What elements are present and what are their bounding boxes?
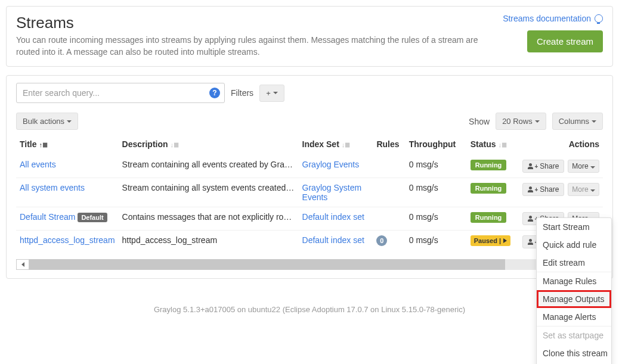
stream-description: Stream containing all system events crea… [122, 183, 295, 192]
filters-label: Filters [231, 88, 253, 98]
chevron-down-icon [67, 120, 72, 123]
chevron-down-icon [592, 120, 596, 123]
columns-select-button[interactable]: Columns [552, 113, 603, 130]
status-badge: Running [471, 160, 507, 170]
column-header-title[interactable]: Title ↑≣ [16, 135, 119, 155]
stream-description: Stream containing all events created by … [122, 160, 295, 169]
footer-version: Graylog 5.1.3+a017005 on ubuntu22 (Eclip… [6, 287, 613, 320]
dropdown-item-manage-rules[interactable]: Manage Rules [537, 272, 611, 290]
throughput-value: 0 msg/s [406, 231, 467, 254]
column-header-rules: Rules [373, 135, 405, 155]
table-row: All system events Stream containing all … [16, 178, 603, 207]
person-plus-icon [528, 216, 534, 222]
person-plus-icon [528, 186, 534, 192]
chevron-down-icon [273, 92, 278, 94]
throughput-value: 0 msg/s [406, 155, 467, 178]
throughput-value: 0 msg/s [406, 207, 467, 231]
scroll-left-button[interactable] [16, 259, 29, 270]
dropdown-item-manage-alerts[interactable]: Manage Alerts [537, 308, 611, 326]
column-header-index-set[interactable]: Index Set ↓≣ [299, 135, 373, 155]
index-set-link[interactable]: Graylog Events [302, 160, 360, 169]
content-panel: ? Filters + Bulk actions Show 20 Rows Co… [6, 75, 613, 279]
scroll-thumb[interactable] [29, 259, 505, 270]
column-header-actions: Actions [519, 135, 603, 155]
throughput-value: 0 msg/s [406, 178, 467, 207]
person-plus-icon [528, 163, 534, 169]
stream-title-link[interactable]: All events [20, 160, 56, 169]
chevron-down-icon [590, 189, 595, 192]
stream-description: httpd_access_log_stream [122, 235, 295, 245]
index-set-link[interactable]: Default index set [302, 235, 364, 245]
table-row: httpd_access_log_stream httpd_access_log… [16, 231, 603, 254]
status-badge: Running [471, 212, 507, 223]
chevron-left-icon [21, 262, 24, 267]
stream-title-link[interactable]: All system events [20, 183, 85, 192]
dropdown-item-quick-add-rule[interactable]: Quick add rule [537, 236, 611, 254]
page-title: Streams [16, 14, 503, 32]
search-input[interactable] [16, 83, 225, 103]
chevron-down-icon [590, 166, 595, 169]
column-header-description[interactable]: Description ↓≣ [119, 135, 299, 155]
index-set-link[interactable]: Graylog System Events [302, 183, 362, 202]
add-filter-button[interactable]: + [259, 85, 284, 102]
more-button[interactable]: More [568, 160, 599, 173]
share-button[interactable]: + Share [522, 160, 564, 173]
stream-title-link[interactable]: Default Stream [20, 212, 75, 222]
more-button: More [568, 183, 599, 196]
dropdown-item-start-stream[interactable]: Start Stream [537, 218, 611, 236]
create-stream-button[interactable]: Create stream [527, 30, 603, 52]
person-plus-icon [528, 239, 534, 245]
status-badge: Running [471, 183, 507, 194]
documentation-link[interactable]: Streams documentation [503, 14, 603, 23]
bulk-actions-button[interactable]: Bulk actions [16, 113, 78, 130]
header-panel: Streams You can route incoming messages … [6, 6, 613, 67]
stream-title-link[interactable]: httpd_access_log_stream [20, 235, 115, 245]
column-header-status[interactable]: Status ↓≣ [467, 135, 519, 155]
documentation-link-label: Streams documentation [503, 14, 591, 23]
rows-select-button[interactable]: 20 Rows [496, 113, 546, 130]
table-row: Default StreamDefault Contains messages … [16, 207, 603, 231]
page-subtitle: You can route incoming messages into str… [16, 35, 503, 58]
more-actions-dropdown: Start StreamQuick add ruleEdit streamMan… [536, 217, 612, 326]
rules-count-badge: 0 [376, 235, 387, 246]
play-icon [503, 238, 507, 243]
dropdown-item-edit-stream[interactable]: Edit stream [537, 254, 611, 272]
lightbulb-icon [595, 14, 603, 23]
horizontal-scrollbar[interactable] [16, 259, 603, 270]
share-button[interactable]: + Share [522, 183, 564, 196]
index-set-link[interactable]: Default index set [302, 212, 364, 222]
default-badge: Default [78, 213, 107, 222]
chevron-down-icon [535, 120, 540, 123]
status-badge[interactable]: Paused | [471, 235, 510, 246]
table-row: All events Stream containing all events … [16, 155, 603, 178]
stream-description: Contains messages that are not explicitl… [122, 212, 295, 222]
column-header-throughput: Throughput [406, 135, 467, 155]
dropdown-item-manage-outputs[interactable]: Manage Outputs [537, 290, 611, 308]
help-icon[interactable]: ? [209, 88, 220, 98]
streams-table: Title ↑≣ Description ↓≣ Index Set ↓≣ Rul… [16, 135, 603, 253]
show-label: Show [469, 117, 490, 126]
